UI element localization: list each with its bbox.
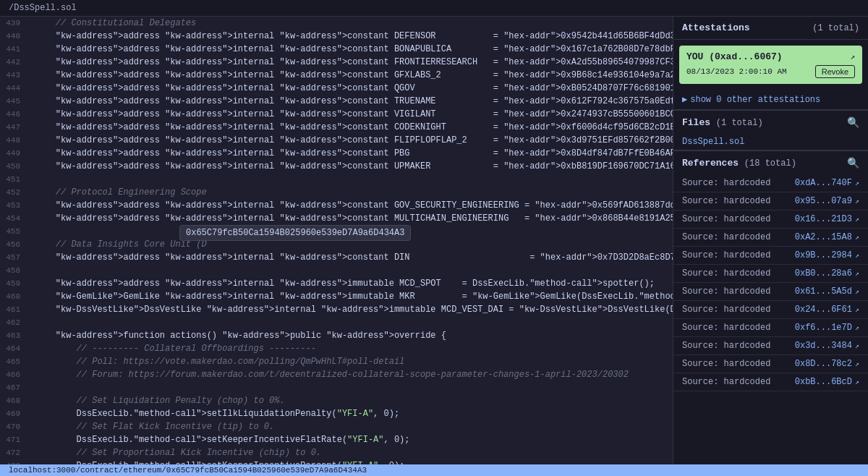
references-search-icon[interactable]: 🔍 <box>847 157 859 169</box>
line-content: "kw-address">address "kw-address">intern… <box>29 121 673 134</box>
line-content <box>29 316 673 329</box>
status-bar: localhost:3000/contract/ethereum/0x65C79… <box>0 464 868 476</box>
ref-address[interactable]: 0xf6...1e7D↗ <box>795 323 859 333</box>
ref-address[interactable]: 0x16...21D3↗ <box>795 214 859 224</box>
ref-item: Source: hardcoded0x24...6F61↗ <box>673 301 868 319</box>
ref-address[interactable]: 0xA2...15A8↗ <box>795 232 859 242</box>
files-section: Files (1 total) 🔍 DssSpell.sol <box>673 110 868 150</box>
table-row: 467 <box>0 381 673 394</box>
line-number: 467 <box>0 381 29 394</box>
line-content: // Set Liquidation Penalty (chop) to 0%. <box>29 394 673 407</box>
line-content: // Set Flat Kick Incentive (tip) to 0. <box>29 420 673 433</box>
ref-item: Source: hardcoded0x3d...3484↗ <box>673 337 868 355</box>
ref-link-icon[interactable]: ↗ <box>855 323 859 332</box>
line-number: 470 <box>0 420 29 433</box>
ref-link-icon[interactable]: ↗ <box>855 251 859 260</box>
ref-item: Source: hardcoded0x9B...2984↗ <box>673 247 868 265</box>
chevron-icon: ▶ <box>682 94 687 105</box>
table-row: 448 "kw-address">address "kw-address">in… <box>0 134 673 147</box>
table-row: 451 <box>0 173 673 186</box>
files-search-icon[interactable]: 🔍 <box>847 116 859 128</box>
line-content: "kw-address">address "kw-address">intern… <box>29 69 673 82</box>
ref-source: Source: hardcoded <box>682 196 770 206</box>
table-row: 463 "kw-address">function actions() "kw-… <box>0 329 673 342</box>
table-row: 469 DssExecLib."method-call">setIlkLiqui… <box>0 407 673 420</box>
line-content: "kw-address">address "kw-address">intern… <box>29 108 673 121</box>
line-content <box>29 381 673 394</box>
file-item[interactable]: DssSpell.sol <box>673 134 868 150</box>
line-number: 445 <box>0 95 29 108</box>
line-number: 463 <box>0 329 29 342</box>
line-content: DssExecLib."method-call">setIlkLiquidati… <box>29 407 673 420</box>
table-row: 470 // Set Flat Kick Incentive (tip) to … <box>0 420 673 433</box>
ref-address[interactable]: 0x61...5A5d↗ <box>795 286 859 297</box>
line-number: 455 <box>0 225 29 238</box>
ref-source: Source: hardcoded <box>682 341 770 351</box>
ref-address[interactable]: 0x24...6F61↗ <box>795 305 859 315</box>
ref-address[interactable]: 0xB0...28a6↗ <box>795 268 859 279</box>
line-number: 452 <box>0 186 29 199</box>
ref-address[interactable]: 0xbB...6BcD↗ <box>795 377 859 387</box>
attestation-link-icon[interactable]: ↗ <box>850 52 855 61</box>
table-row: 464 // --------- Collateral Offboardings… <box>0 342 673 355</box>
ref-address[interactable]: 0x8D...78c2↗ <box>795 359 859 369</box>
line-number: 453 <box>0 199 29 212</box>
line-content: "kw-address">address "kw-address">intern… <box>29 95 673 108</box>
table-row: 459 "kw-address">address "kw-address">in… <box>0 277 673 290</box>
line-content <box>29 264 673 277</box>
ref-link-icon[interactable]: ↗ <box>855 341 859 350</box>
attestation-card: YOU (0xad...6067) ↗ 08/13/2023 2:00:10 A… <box>679 46 862 84</box>
line-content: // Protocol Engineering Scope <box>29 186 673 199</box>
line-number: 458 <box>0 264 29 277</box>
line-content: "kw-address">address "kw-address">intern… <box>29 82 673 95</box>
ref-link-icon[interactable]: ↗ <box>855 197 859 205</box>
table-row: 443 "kw-address">address "kw-address">in… <box>0 69 673 82</box>
table-row: 454 "kw-address">address "kw-address">in… <box>0 212 673 225</box>
line-content: DssExecLib."method-call">setKeeperIncent… <box>29 433 673 446</box>
ref-source: Source: hardcoded <box>682 214 770 224</box>
table-row: 473 DssExecLib."method-call">setKeeperIn… <box>0 459 673 464</box>
line-content: "kw-address">address "kw-address">intern… <box>29 199 673 212</box>
ref-link-icon[interactable]: ↗ <box>855 287 859 296</box>
line-content: "kw-DssVestLike">DssVestLike "kw-address… <box>29 303 673 316</box>
line-number: 461 <box>0 303 29 316</box>
references-title: References (18 total) <box>682 158 796 169</box>
ref-item: Source: hardcoded0xB0...28a6↗ <box>673 265 868 283</box>
ref-source: Source: hardcoded <box>682 250 770 260</box>
ref-source: Source: hardcoded <box>682 323 770 333</box>
line-number: 465 <box>0 355 29 368</box>
line-number: 460 <box>0 290 29 303</box>
ref-item: Source: hardcoded0x8D...78c2↗ <box>673 355 868 373</box>
ref-link-icon[interactable]: ↗ <box>855 233 859 242</box>
ref-link-icon[interactable]: ↗ <box>855 305 859 314</box>
revoke-button[interactable]: Revoke <box>815 65 855 78</box>
ref-link-icon[interactable]: ↗ <box>855 269 859 278</box>
line-number: 441 <box>0 43 29 56</box>
line-number: 469 <box>0 407 29 420</box>
files-header: Files (1 total) 🔍 <box>673 111 868 134</box>
line-number: 459 <box>0 277 29 290</box>
ref-link-icon[interactable]: ↗ <box>855 215 859 224</box>
ref-item: Source: hardcoded0x16...21D3↗ <box>673 211 868 229</box>
ref-address[interactable]: 0x9B...2984↗ <box>795 250 859 260</box>
ref-link-icon[interactable]: ↗ <box>855 179 859 187</box>
ref-item: Source: hardcoded0x61...5A5d↗ <box>673 283 868 301</box>
table-row: 460 "kw-GemLike">GemLike "kw-address">in… <box>0 290 673 303</box>
ref-item: Source: hardcoded0xdA...740F↗ <box>673 174 868 192</box>
table-row: 449 "kw-address">address "kw-address">in… <box>0 147 673 160</box>
line-content: // Forum: https://forum.makerdao.com/t/d… <box>29 368 673 381</box>
ref-address[interactable]: 0x95...07a9↗ <box>795 196 859 206</box>
ref-address[interactable]: 0xdA...740F↗ <box>795 178 859 188</box>
line-content: "kw-address">address "kw-address">intern… <box>29 277 673 290</box>
ref-link-icon[interactable]: ↗ <box>855 360 859 368</box>
ref-link-icon[interactable]: ↗ <box>855 378 859 386</box>
ref-source: Source: hardcoded <box>682 268 770 279</box>
line-number: 468 <box>0 394 29 407</box>
show-other-attestations[interactable]: ▶ show 0 other attestations <box>673 90 868 110</box>
table-row: 462 <box>0 316 673 329</box>
ref-address[interactable]: 0x3d...3484↗ <box>795 341 859 351</box>
references-header: References (18 total) 🔍 <box>673 151 868 174</box>
table-row: 453 "kw-address">address "kw-address">in… <box>0 199 673 212</box>
code-panel: 0x65C79fcB50Ca1594B025960e539eD7A9a6D434… <box>0 17 673 464</box>
line-number: 456 <box>0 238 29 251</box>
